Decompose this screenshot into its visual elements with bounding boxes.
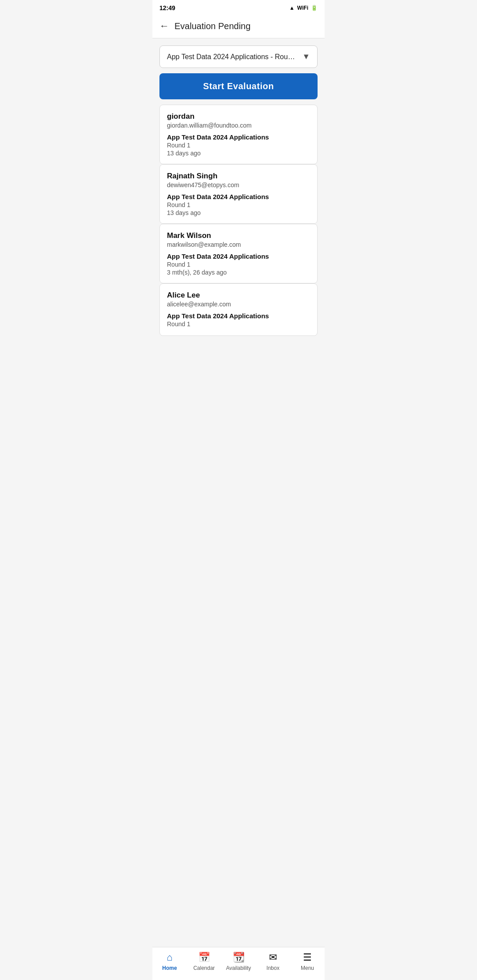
app-header: ← Evaluation Pending bbox=[152, 14, 325, 38]
application-title: App Test Data 2024 Applications bbox=[167, 133, 310, 141]
application-time: 13 days ago bbox=[167, 150, 310, 157]
applicant-email: giordan.william@foundtoo.com bbox=[167, 122, 310, 129]
application-time: 3 mth(s), 26 days ago bbox=[167, 269, 310, 276]
applicant-card[interactable]: Rajnath Singhdewiwen475@etopys.comApp Te… bbox=[159, 164, 318, 224]
application-round: Round 1 bbox=[167, 142, 310, 149]
back-button[interactable]: ← bbox=[159, 20, 169, 32]
applicant-card[interactable]: giordangiordan.william@foundtoo.comApp T… bbox=[159, 105, 318, 164]
applicant-name: Alice Lee bbox=[167, 291, 310, 300]
application-round: Round 1 bbox=[167, 201, 310, 208]
applicant-name: giordan bbox=[167, 112, 310, 121]
application-time: 13 days ago bbox=[167, 209, 310, 216]
applicant-name: Mark Wilson bbox=[167, 231, 310, 240]
application-title: App Test Data 2024 Applications bbox=[167, 193, 310, 200]
battery-icon: 🔋 bbox=[311, 5, 318, 11]
applicant-card[interactable]: Mark Wilsonmarkwilson@example.comApp Tes… bbox=[159, 224, 318, 283]
application-title: App Test Data 2024 Applications bbox=[167, 253, 310, 260]
start-evaluation-button[interactable]: Start Evaluation bbox=[159, 73, 318, 99]
chevron-down-icon: ▼ bbox=[302, 52, 310, 61]
applicants-list: giordangiordan.william@foundtoo.comApp T… bbox=[159, 105, 318, 336]
application-dropdown[interactable]: App Test Data 2024 Applications - Rou… ▼ bbox=[159, 45, 318, 68]
application-title: App Test Data 2024 Applications bbox=[167, 312, 310, 320]
status-bar: 12:49 ▲ WiFi 🔋 bbox=[152, 0, 325, 14]
application-round: Round 1 bbox=[167, 320, 310, 328]
status-time: 12:49 bbox=[159, 4, 175, 11]
applicant-email: markwilson@example.com bbox=[167, 241, 310, 248]
dropdown-value: App Test Data 2024 Applications - Rou… bbox=[167, 53, 299, 61]
status-icons: ▲ WiFi 🔋 bbox=[289, 5, 318, 11]
main-content: App Test Data 2024 Applications - Rou… ▼… bbox=[152, 38, 325, 343]
applicant-card[interactable]: Alice Leealicelee@example.comApp Test Da… bbox=[159, 283, 318, 336]
applicant-name: Rajnath Singh bbox=[167, 172, 310, 181]
application-round: Round 1 bbox=[167, 261, 310, 268]
applicant-email: alicelee@example.com bbox=[167, 301, 310, 308]
page-title: Evaluation Pending bbox=[174, 21, 250, 31]
applicant-email: dewiwen475@etopys.com bbox=[167, 181, 310, 188]
wifi-icon: WiFi bbox=[297, 5, 308, 11]
signal-icon: ▲ bbox=[289, 5, 295, 11]
